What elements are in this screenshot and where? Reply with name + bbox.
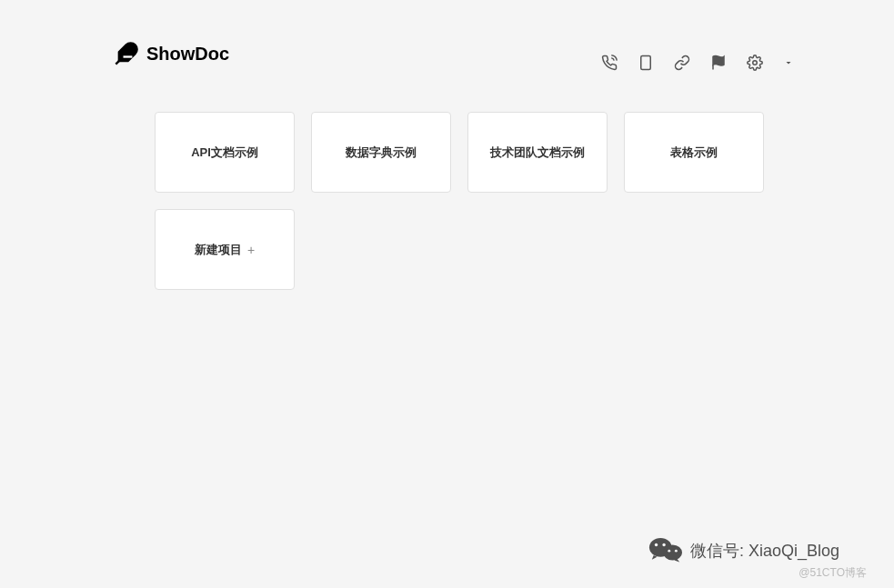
svg-point-9 [662, 543, 665, 546]
project-title: API文档示例 [191, 145, 258, 161]
feather-icon [114, 41, 139, 66]
svg-point-7 [663, 544, 682, 560]
link-icon[interactable] [674, 55, 690, 71]
plus-icon: + [247, 243, 255, 257]
settings-icon[interactable] [747, 55, 763, 71]
toolbar [601, 55, 794, 71]
mobile-icon[interactable] [638, 55, 654, 71]
project-grid: API文档示例 数据字典示例 技术团队文档示例 表格示例 新建项目 + [0, 71, 894, 290]
logo[interactable]: ShowDoc [114, 41, 229, 66]
project-card[interactable]: API文档示例 [155, 112, 295, 193]
project-title: 技术团队文档示例 [490, 145, 585, 161]
new-project-card[interactable]: 新建项目 + [155, 209, 295, 290]
sub-watermark: @51CTO博客 [799, 565, 867, 581]
flag-icon[interactable] [710, 55, 727, 71]
project-title: 表格示例 [670, 145, 718, 161]
svg-point-10 [668, 550, 670, 553]
watermark: 微信号: XiaoQi_Blog [648, 536, 839, 565]
svg-point-5 [753, 61, 758, 65]
svg-point-11 [675, 550, 678, 553]
project-card[interactable]: 技术团队文档示例 [467, 112, 608, 193]
project-title: 数据字典示例 [346, 145, 417, 161]
new-project-label: 新建项目 [195, 242, 242, 258]
watermark-text: 微信号: XiaoQi_Blog [690, 540, 839, 562]
svg-point-8 [655, 543, 658, 546]
logo-text: ShowDoc [146, 44, 229, 65]
support-icon[interactable] [601, 55, 618, 71]
dropdown-icon[interactable] [783, 57, 794, 68]
project-card[interactable]: 数据字典示例 [311, 112, 451, 193]
wechat-icon [648, 536, 683, 565]
project-card[interactable]: 表格示例 [624, 112, 764, 193]
